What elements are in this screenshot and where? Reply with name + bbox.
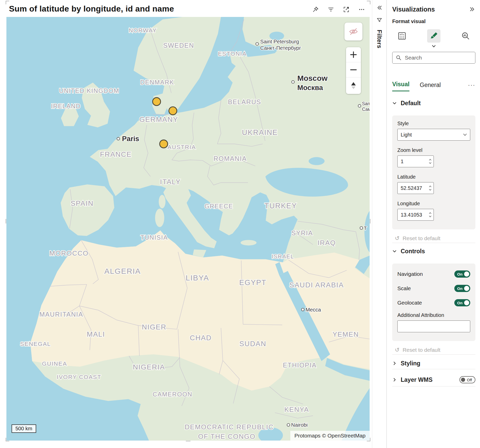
zoom-level-label: Zoom level [397, 147, 470, 153]
reset-to-default-button[interactable]: ↺ Reset to default [392, 346, 475, 354]
tab-visual[interactable]: Visual [392, 81, 409, 91]
country-label: NIGERIA [133, 363, 165, 371]
search-input[interactable] [404, 54, 475, 61]
latitude-input[interactable]: 52.52437 [397, 182, 434, 194]
zoom-out-button[interactable] [346, 62, 361, 77]
city-label: Сам [362, 107, 370, 112]
section-header-layer-wms[interactable]: Layer WMS Off [392, 373, 475, 386]
resize-handle[interactable] [370, 219, 370, 223]
tab-general[interactable]: General [420, 82, 441, 91]
resize-handle[interactable] [6, 219, 6, 223]
search-box[interactable] [392, 52, 475, 64]
country-label: SPAIN [71, 199, 93, 207]
collapse-pane-icon[interactable] [469, 6, 475, 12]
resize-handle[interactable] [6, 1, 9, 4]
visualizations-pane: Visualizations Format visual Visual Gene… [387, 0, 480, 448]
country-label: SAUDI ARABIA [289, 281, 344, 289]
resize-handle[interactable] [367, 438, 370, 441]
filter-funnel-icon[interactable] [327, 6, 335, 13]
city-label: Nairobi [291, 422, 308, 428]
resize-handle[interactable] [6, 438, 9, 441]
country-label: BELARUS [228, 98, 261, 105]
style-dropdown[interactable]: Light [397, 129, 470, 141]
map-attribution[interactable]: Protomaps © OpenStreetMap [290, 431, 370, 441]
format-tabs: Visual General ··· [392, 80, 475, 91]
country-label: DENMARK [140, 79, 174, 86]
geolocate-toggle-label: Geolocate [397, 300, 422, 306]
country-label: CHAD [190, 334, 212, 342]
map-scale-bar: 500 km [12, 424, 36, 433]
pin-icon[interactable] [312, 6, 319, 13]
country-label: GREECE [205, 203, 233, 210]
map-style-eye-off-button[interactable] [344, 23, 362, 41]
city-label: Москва [297, 84, 323, 92]
map-area[interactable]: NORWAYSWEDENESTONIADENMARKUNITED KINGDOM… [6, 17, 370, 441]
city-label: Sam [362, 101, 370, 106]
format-visual-heading: Format visual [392, 18, 475, 25]
zoom-in-button[interactable] [346, 47, 361, 62]
reset-to-default-button[interactable]: ↺ Reset to default [392, 234, 475, 243]
build-visual-icon[interactable] [395, 29, 409, 43]
filter-icon [377, 17, 382, 23]
compass-button[interactable] [346, 77, 361, 94]
filters-pane-collapsed[interactable]: Filters [372, 0, 387, 448]
search-icon [396, 55, 402, 61]
country-label: KENYA [284, 406, 309, 413]
section-header-default[interactable]: Default [392, 98, 475, 108]
country-label: GUINEA [42, 360, 67, 367]
spinner-arrows-icon[interactable] [428, 158, 432, 165]
additional-attribution-input[interactable] [397, 320, 470, 332]
expand-filters-icon[interactable] [376, 5, 382, 11]
compass-icon [350, 82, 357, 90]
country-label: EGYPT [239, 278, 266, 287]
spinner-arrows-icon[interactable] [428, 211, 432, 218]
reset-label: Reset to default [402, 347, 440, 353]
country-label: TUNISIA [140, 234, 168, 241]
analytics-icon[interactable] [459, 29, 472, 43]
more-options-icon[interactable] [358, 6, 366, 13]
undo-icon: ↺ [395, 235, 399, 242]
city-label: Санкт-Петербург [260, 45, 301, 51]
zoom-level-input[interactable]: 1 [397, 155, 434, 167]
resize-handle[interactable] [186, 441, 190, 441]
layer-wms-toggle[interactable]: Off [459, 376, 475, 383]
country-label: ETHIOPIA [283, 362, 316, 369]
country-label: IVORY COAST [57, 374, 101, 380]
section-title-default: Default [401, 100, 421, 107]
section-header-styling[interactable]: Styling [392, 358, 475, 369]
map-svg[interactable]: NORWAYSWEDENESTONIADENMARKUNITED KINGDOM… [6, 17, 370, 441]
format-visual-icon[interactable] [427, 29, 440, 43]
tabs-more-options[interactable]: ··· [468, 82, 475, 91]
latitude-label: Latitude [397, 174, 470, 180]
city-dot [360, 227, 363, 229]
country-label: SUDAN [239, 340, 266, 348]
data-point-marker[interactable] [153, 98, 161, 105]
zoom-level-value: 1 [401, 159, 404, 164]
chevron-down-icon [392, 249, 397, 253]
city-dot [287, 424, 290, 426]
focus-mode-icon[interactable] [342, 6, 350, 13]
spinner-arrows-icon[interactable] [428, 185, 432, 191]
data-point-marker[interactable] [160, 140, 168, 148]
section-title-layer-wms: Layer WMS [401, 376, 433, 383]
city-label: Mecca [305, 307, 321, 313]
resize-handle[interactable] [367, 1, 370, 4]
section-header-controls[interactable]: Controls [392, 246, 475, 256]
geolocate-toggle[interactable]: On [454, 299, 470, 306]
navigation-toggle[interactable]: On [454, 270, 470, 278]
city-label: Moscow [297, 74, 328, 82]
scale-toggle[interactable]: On [454, 285, 470, 292]
country-label: SYRIA [291, 229, 313, 237]
longitude-input[interactable]: 13.41053 [397, 209, 434, 221]
city-dot [301, 308, 304, 311]
country-label: IRAQ [318, 239, 336, 247]
city-label: T [364, 226, 367, 231]
toggle-state-text: On [457, 301, 463, 305]
city-dot [256, 43, 258, 45]
data-point-marker[interactable] [169, 107, 177, 115]
country-label: DEMOCRATIC REPUBLIC [185, 423, 274, 431]
additional-attribution-label: Additional Attribution [397, 312, 470, 318]
visual-header: Sum of latitude by longitude, id and nam… [6, 2, 370, 17]
map-visual-container[interactable]: Sum of latitude by longitude, id and nam… [6, 2, 370, 441]
country-label: SWEDEN [163, 42, 194, 49]
